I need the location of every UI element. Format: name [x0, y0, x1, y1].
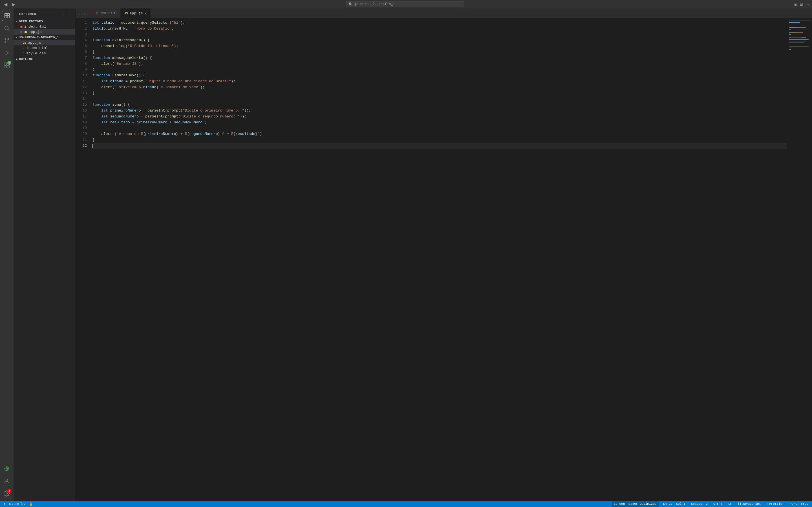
lock-status[interactable]: 🔒 — [28, 501, 35, 507]
svg-point-17 — [6, 493, 8, 494]
search-icon: 🔍 — [349, 2, 353, 6]
svg-rect-18 — [789, 20, 804, 21]
project-header[interactable]: ▾ JS-CURSO-2-DESAFIO_1 — [13, 35, 75, 40]
ln-21: 21 — [75, 137, 87, 143]
tab-close-icon[interactable]: ✕ — [144, 11, 147, 16]
ln-6: 6 — [75, 49, 87, 55]
html-dot-icon — [20, 25, 22, 28]
code-line-19 — [93, 125, 786, 131]
code-line-10: function LembreiDeVc() { — [93, 73, 786, 78]
sidebar-item-index-html[interactable]: H index.html — [13, 45, 75, 51]
extensions-activity-icon[interactable]: 7 — [2, 60, 12, 70]
layout-button[interactable]: ▣ — [794, 2, 797, 6]
svg-marker-10 — [5, 51, 9, 55]
sidebar-index-html-label: index.html — [26, 46, 48, 50]
code-line-15: function soma() { — [93, 102, 786, 108]
run-activity-icon[interactable] — [2, 48, 12, 58]
svg-rect-14 — [7, 66, 9, 68]
svg-rect-24 — [797, 27, 806, 28]
account-activity-icon[interactable] — [2, 476, 12, 486]
close-tab-icon[interactable]: ✕ — [20, 30, 22, 34]
project-chevron: ▾ — [16, 36, 18, 39]
search-activity-icon[interactable] — [2, 23, 12, 33]
outline-header[interactable]: ▶ Outline — [13, 56, 75, 62]
svg-point-4 — [5, 26, 8, 30]
remote-activity-icon[interactable] — [2, 464, 12, 474]
remote-status[interactable]: ⊗ — [2, 501, 7, 507]
spaces-status[interactable]: Spaces: 2 — [690, 501, 709, 507]
ln-9: 9 — [75, 67, 87, 73]
tab-app-js-label: app.js — [130, 11, 143, 15]
code-line-14 — [93, 96, 786, 102]
ln-12: 12 — [75, 84, 87, 91]
svg-rect-1 — [7, 13, 9, 15]
svg-rect-42 — [789, 38, 791, 38]
code-line-11: let cidade = prompt("Digite o nome de um… — [93, 78, 786, 84]
line-ending-label: LF — [728, 502, 732, 506]
tab-index-html[interactable]: H index.html — [88, 8, 121, 18]
error-icon: ⊘ — [9, 502, 11, 506]
titlebar-right: ▣ ⊟ ⋯ — [794, 2, 809, 6]
sidebar-header-icons: ··· — [63, 12, 70, 16]
activity-bar-bottom: 1 — [2, 464, 12, 499]
forward-button[interactable]: ▶ — [11, 1, 16, 8]
port-status[interactable]: Port: 5500 — [788, 501, 810, 507]
position-status[interactable]: Ln 22, Col 1 — [661, 501, 687, 507]
code-line-4: function exibirMesagem() { — [93, 38, 786, 43]
info-count: 0 — [24, 502, 26, 506]
code-line-3 — [93, 32, 786, 38]
sidebar-item-app-js[interactable]: JS app.js — [13, 40, 75, 45]
settings-activity-icon[interactable]: 1 — [2, 489, 12, 499]
tab-app-js[interactable]: JS app.js ✕ — [121, 8, 150, 18]
code-line-6: } — [93, 49, 786, 55]
split-button[interactable]: ⊟ — [800, 2, 803, 6]
svg-rect-33 — [789, 39, 809, 40]
sidebar-style-css-label: style.css — [26, 51, 46, 55]
open-editors-header[interactable]: ▾ Open Editors — [13, 18, 75, 24]
port-label: Port: 5500 — [790, 502, 808, 506]
titlebar-search[interactable]: 🔍 js-curso-2-desafio_1 — [346, 1, 464, 7]
svg-rect-30 — [789, 34, 791, 35]
prettier-status[interactable]: ✓ Prettier — [765, 501, 785, 507]
open-editor-index-html[interactable]: index.html — [13, 24, 75, 29]
svg-rect-37 — [789, 48, 792, 48]
screen-reader-status[interactable]: Screen Reader Optimized — [612, 501, 659, 507]
main-layout: 7 1 Explorer ··· ▾ Open Editors — [0, 8, 812, 501]
var-titulo: titulo — [101, 20, 114, 26]
svg-rect-20 — [789, 22, 800, 23]
settings-error-badge: 1 — [7, 489, 11, 493]
source-control-activity-icon[interactable] — [2, 36, 12, 46]
statusbar-right: Screen Reader Optimized Ln 22, Col 1 Spa… — [612, 501, 810, 507]
code-line-13: } — [93, 91, 786, 96]
svg-rect-23 — [789, 27, 797, 28]
line-ending-status[interactable]: LF — [727, 501, 733, 507]
position-label: Ln 22, Col 1 — [663, 502, 685, 506]
sidebar-more-icon[interactable]: ··· — [63, 12, 70, 16]
language-status[interactable]: {} JavaScript — [736, 501, 762, 507]
sidebar-item-style-css[interactable]: C style.css — [13, 51, 75, 56]
extensions-badge: 7 — [7, 61, 11, 65]
braces-icon: {} — [738, 502, 741, 506]
svg-rect-39 — [789, 25, 791, 26]
explorer-activity-icon[interactable] — [2, 11, 12, 21]
tab-index-html-label: index.html — [95, 11, 117, 15]
project-label: JS-CURSO-2-DESAFIO_1 — [19, 36, 59, 39]
ln-8: 8 — [75, 61, 87, 67]
errors-status[interactable]: ⊘ 0 ⚠ 0 ⓘ 0 — [8, 501, 27, 507]
more-button[interactable]: ⋯ — [805, 2, 809, 6]
code-area[interactable]: let titulo = document.querySelector("h1"… — [90, 18, 786, 501]
js-dot-icon — [24, 31, 27, 33]
editor-content: 1 2 3 4 5 6 7 8 9 10 11 12 13 14 15 16 1… — [75, 18, 812, 501]
ln-5: 5 — [75, 43, 87, 49]
check-icon: ✓ — [767, 502, 769, 506]
code-line-12: alert(`Estive em ${cidade} e lembrei de … — [93, 84, 786, 91]
ln-11: 11 — [75, 78, 87, 84]
encoding-status[interactable]: UTF-8 — [712, 501, 724, 507]
svg-rect-13 — [4, 66, 6, 68]
open-editor-app-js[interactable]: ✕ app.js — [13, 29, 75, 35]
tab-js-icon: JS — [124, 11, 128, 15]
warning-icon: ⚠ — [14, 502, 16, 506]
text-cursor — [93, 144, 93, 148]
code-line-22[interactable] — [93, 143, 786, 149]
back-button[interactable]: ◀ — [3, 1, 8, 8]
